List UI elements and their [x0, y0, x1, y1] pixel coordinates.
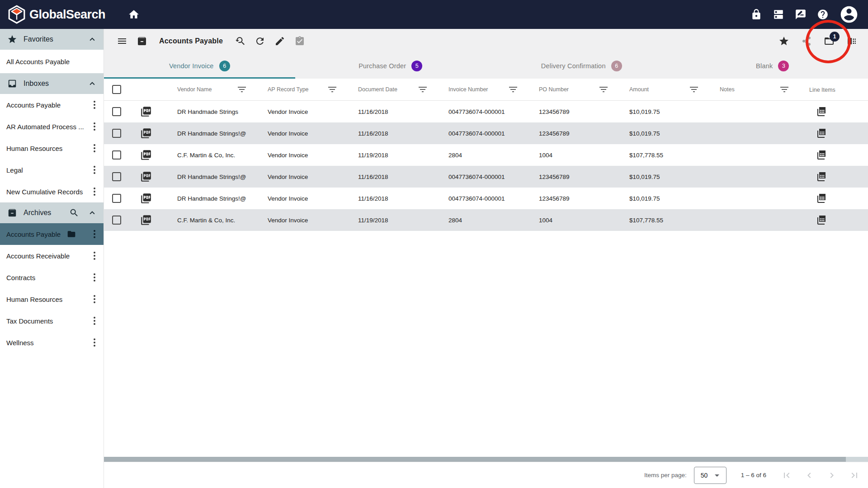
cell-record-type[interactable]: Vendor Invoice [253, 174, 344, 180]
column-document-date[interactable]: Document Date [358, 86, 397, 93]
chevron-up-icon[interactable] [87, 79, 97, 89]
row-checkbox[interactable] [112, 172, 121, 181]
more-options-icon[interactable] [91, 166, 98, 174]
column-amount[interactable]: Amount [629, 86, 649, 93]
line-items-icon[interactable] [816, 106, 827, 117]
sidebar-section-favorites[interactable]: Favorites [0, 29, 104, 50]
cell-record-type[interactable]: Vendor Invoice [253, 108, 344, 115]
filter-icon[interactable] [690, 87, 698, 93]
more-options-icon[interactable] [91, 122, 98, 131]
menu-icon[interactable] [117, 36, 127, 47]
cell-amount[interactable]: $10,019.75 [615, 130, 705, 137]
cell-amount[interactable]: $10,019.75 [615, 174, 705, 180]
sidebar-section-archives[interactable]: Archives [0, 202, 104, 223]
sidebar-item-contracts[interactable]: Contracts [0, 267, 104, 288]
table-row[interactable]: C.F. Martin & Co, Inc. Vendor Invoice 11… [104, 144, 868, 166]
sidebar-section-inboxes[interactable]: Inboxes [0, 73, 104, 94]
row-checkbox[interactable] [112, 129, 121, 138]
checked-out-documents-button[interactable]: 1 [824, 36, 835, 47]
filter-icon[interactable] [238, 87, 246, 93]
chevron-up-icon[interactable] [87, 208, 97, 218]
more-options-icon[interactable] [91, 252, 98, 260]
cell-invoice-number[interactable]: 2804 [434, 217, 524, 224]
next-page-icon[interactable] [826, 470, 837, 481]
cell-invoice-number[interactable]: 0047736074-000001 [434, 108, 524, 115]
cell-invoice-number[interactable]: 2804 [434, 152, 524, 159]
sidebar-item-human-resources-archive[interactable]: Human Resources [0, 288, 104, 310]
filter-icon[interactable] [328, 87, 336, 93]
pdf-document-icon[interactable] [140, 149, 152, 161]
row-checkbox[interactable] [112, 194, 121, 203]
cell-record-type[interactable]: Vendor Invoice [253, 217, 344, 224]
first-page-icon[interactable] [781, 470, 792, 481]
refresh-icon[interactable] [255, 36, 265, 47]
page-size-select[interactable]: 50 [694, 467, 726, 484]
row-checkbox[interactable] [112, 150, 121, 160]
table-row[interactable]: DR Handmade Strings!@ Vendor Invoice 11/… [104, 188, 868, 209]
cell-po-number[interactable]: 123456789 [524, 108, 615, 115]
cell-po-number[interactable]: 123456789 [524, 195, 615, 202]
search-again-icon[interactable] [235, 36, 245, 47]
cell-record-type[interactable]: Vendor Invoice [253, 152, 344, 159]
cell-record-type[interactable]: Vendor Invoice [253, 130, 344, 137]
pdf-document-icon[interactable] [140, 192, 152, 204]
line-items-icon[interactable] [816, 128, 827, 139]
horizontal-scrollbar-thumb[interactable] [104, 457, 846, 462]
cell-document-date[interactable]: 11/19/2018 [344, 152, 434, 159]
cell-amount[interactable]: $10,019.75 [615, 195, 705, 202]
column-vendor-name[interactable]: Vendor Name [177, 86, 212, 93]
sidebar-item-wellness[interactable]: Wellness [0, 332, 104, 353]
chevron-up-icon[interactable] [87, 34, 97, 44]
more-options-icon[interactable] [91, 188, 98, 196]
cell-vendor-name[interactable]: C.F. Martin & Co, Inc. [163, 152, 253, 159]
cell-vendor-name[interactable]: DR Handmade Strings!@ [163, 174, 253, 180]
column-ap-record-type[interactable]: AP Record Type [268, 86, 309, 93]
filter-icon[interactable] [599, 87, 608, 93]
cell-invoice-number[interactable]: 0047736074-000001 [434, 195, 524, 202]
feedback-icon[interactable] [795, 9, 807, 20]
cell-document-date[interactable]: 11/19/2018 [344, 217, 434, 224]
sidebar-item-all-accounts-payable[interactable]: All Accounts Payable [0, 50, 104, 73]
dns-list-icon[interactable] [773, 9, 784, 20]
account-avatar[interactable] [839, 5, 859, 24]
cell-document-date[interactable]: 11/16/2018 [344, 108, 434, 115]
cell-vendor-name[interactable]: DR Handmade Strings!@ [163, 195, 253, 202]
table-row[interactable]: DR Handmade Strings!@ Vendor Invoice 11/… [104, 122, 868, 144]
sidebar-item-accounts-receivable[interactable]: Accounts Receivable [0, 245, 104, 267]
cell-amount[interactable]: $107,778.55 [615, 217, 705, 224]
line-items-icon[interactable] [816, 193, 827, 204]
more-options-icon[interactable] [91, 338, 98, 347]
table-row[interactable]: C.F. Martin & Co, Inc. Vendor Invoice 11… [104, 209, 868, 231]
more-options-icon[interactable] [91, 317, 98, 325]
column-invoice-number[interactable]: Invoice Number [448, 86, 488, 93]
row-checkbox[interactable] [112, 107, 121, 116]
more-options-icon[interactable] [91, 273, 98, 282]
pdf-document-icon[interactable] [140, 214, 152, 226]
pdf-document-icon[interactable] [140, 106, 152, 117]
more-options-icon[interactable] [91, 144, 98, 152]
line-items-icon[interactable] [816, 150, 827, 160]
cell-amount[interactable]: $107,778.55 [615, 152, 705, 159]
cell-document-date[interactable]: 11/16/2018 [344, 195, 434, 202]
sidebar-item-human-resources-inbox[interactable]: Human Resources [0, 137, 104, 159]
tab-blank[interactable]: Blank 3 [677, 53, 868, 79]
cell-vendor-name[interactable]: C.F. Martin & Co, Inc. [163, 217, 253, 224]
row-checkbox[interactable] [112, 216, 121, 225]
previous-page-icon[interactable] [804, 470, 815, 481]
favorite-star-icon[interactable] [778, 36, 789, 47]
cell-invoice-number[interactable]: 0047736074-000001 [434, 174, 524, 180]
cell-po-number[interactable]: 123456789 [524, 130, 615, 137]
lock-icon[interactable] [750, 9, 762, 20]
help-icon[interactable] [817, 9, 829, 20]
line-items-icon[interactable] [816, 171, 827, 182]
column-notes[interactable]: Notes [720, 86, 735, 93]
tab-delivery-confirmation[interactable]: Delivery Confirmation 6 [486, 53, 677, 79]
cell-invoice-number[interactable]: 0047736074-000001 [434, 130, 524, 137]
tab-vendor-invoice[interactable]: Vendor Invoice 6 [104, 53, 295, 79]
cell-amount[interactable]: $10,019.75 [615, 108, 705, 115]
cell-po-number[interactable]: 123456789 [524, 174, 615, 180]
cell-vendor-name[interactable]: DR Handmade Strings [163, 108, 253, 115]
column-po-number[interactable]: PO Number [539, 86, 569, 93]
cell-record-type[interactable]: Vendor Invoice [253, 195, 344, 202]
sidebar-item-new-cumulative-records[interactable]: New Cumulative Records [0, 181, 104, 202]
